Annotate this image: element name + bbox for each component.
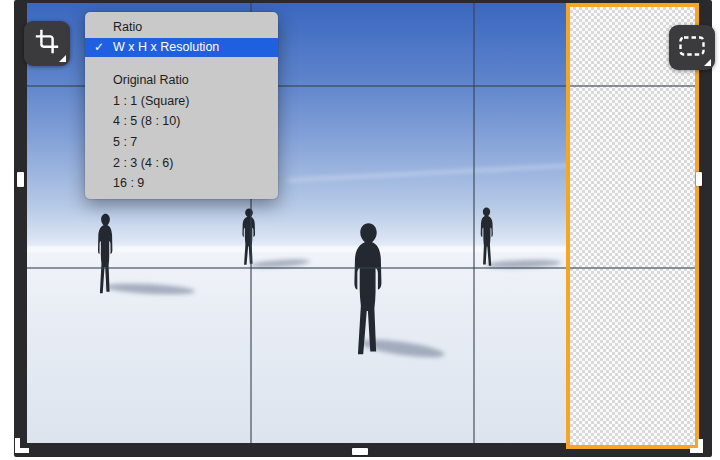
crop-handle-bottom-left[interactable]	[15, 438, 29, 453]
crop-icon	[33, 28, 61, 60]
menu-item-1-1-square[interactable]: 1 : 1 (Square)	[85, 91, 278, 112]
crop-handle-right[interactable]	[696, 172, 702, 186]
dropdown-indicator-icon	[59, 55, 66, 62]
menu-item-16-9[interactable]: 16 : 9	[85, 173, 278, 194]
menu-item-5-7[interactable]: 5 : 7	[85, 132, 278, 153]
dropdown-indicator-icon	[704, 59, 711, 66]
marquee-tool-button[interactable]	[669, 25, 715, 70]
grid-line-vertical-2	[473, 3, 475, 443]
figure-silhouette	[238, 208, 260, 266]
crop-handle-bottom[interactable]	[352, 448, 368, 455]
menu-separator	[85, 57, 278, 70]
crop-handle-left[interactable]	[17, 172, 24, 187]
menu-item-original-ratio[interactable]: Original Ratio	[85, 70, 278, 91]
checkmark-icon: ✓	[94, 38, 104, 57]
figure-silhouette	[93, 213, 118, 295]
menu-item-4-5[interactable]: 4 : 5 (8 : 10)	[85, 111, 278, 132]
figure-silhouette	[345, 222, 392, 357]
menu-item-2-3[interactable]: 2 : 3 (4 : 6)	[85, 153, 278, 174]
menu-item-wxh-resolution[interactable]: ✓ W x H x Resolution	[85, 38, 278, 57]
ratio-menu: Ratio ✓ W x H x Resolution Original Rati…	[85, 12, 278, 199]
crop-tool-button[interactable]	[24, 21, 70, 66]
marquee-icon	[677, 32, 707, 64]
crop-editor-screen: Ratio ✓ W x H x Resolution Original Rati…	[0, 0, 720, 460]
menu-selected-label: W x H x Resolution	[113, 40, 219, 54]
ratio-menu-header: Ratio	[85, 17, 278, 38]
crop-handle-bottom-right[interactable]	[690, 439, 703, 453]
figure-silhouette	[476, 207, 497, 267]
